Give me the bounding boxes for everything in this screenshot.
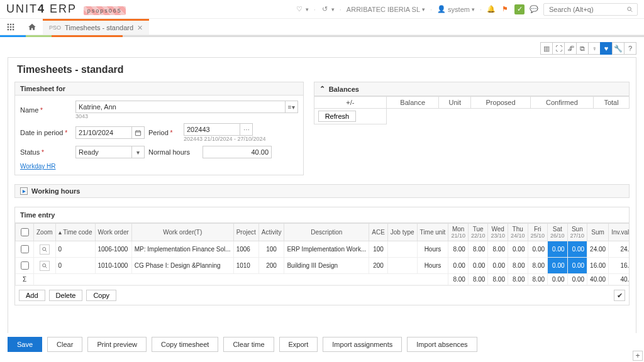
cell-ace[interactable]: 200 <box>369 258 388 274</box>
status-input[interactable] <box>75 146 132 158</box>
col-ace[interactable]: ACE <box>369 224 388 241</box>
cell-day[interactable]: 8.00 <box>508 258 528 274</box>
col-unit[interactable]: Unit <box>439 97 471 109</box>
import-assignments-button[interactable]: Import assignments <box>323 337 402 344</box>
confirm-icon[interactable]: ✔ <box>614 290 625 301</box>
cell-day[interactable]: 8.00 <box>468 241 488 258</box>
org-picker[interactable]: ARRIBATEC IBERIA SL ▾ <box>347 6 425 13</box>
col-description[interactable]: Description <box>284 224 369 241</box>
collapse-icon[interactable]: ⌃ <box>319 85 325 93</box>
status-dropdown-button[interactable]: ▾ <box>132 146 145 158</box>
zoom-icon[interactable] <box>40 261 50 271</box>
tool-link[interactable]: ⧉ <box>576 42 589 55</box>
cell-day[interactable]: 0.00 <box>567 258 587 274</box>
clear-button[interactable]: Clear <box>47 337 82 344</box>
cell-day[interactable]: 0.00 <box>488 258 508 274</box>
cell-day[interactable]: 0.00 <box>528 241 548 258</box>
cell-job-type[interactable] <box>387 241 417 258</box>
workday-link[interactable]: Workday HR <box>20 163 56 170</box>
copy-row-button[interactable]: Copy <box>86 290 116 301</box>
tool-favorite[interactable]: ♥ <box>600 42 613 55</box>
col-activity[interactable]: Activity <box>258 224 284 241</box>
delete-button[interactable]: Delete <box>49 290 83 301</box>
col-wed[interactable]: Wed23/10 <box>488 224 508 241</box>
cell-day[interactable]: 0.00 <box>567 241 587 258</box>
col-confirmed[interactable]: Confirmed <box>530 97 593 109</box>
tool-idea[interactable]: ♀ <box>588 42 601 55</box>
global-search[interactable] <box>543 3 638 16</box>
tab-timesheets[interactable]: PSO Timesheets - standard ✕ <box>43 19 149 35</box>
col-proposed[interactable]: Proposed <box>471 97 530 109</box>
chat-icon[interactable]: 💬 <box>530 5 538 14</box>
cell-time-unit[interactable]: Hours <box>417 258 448 274</box>
col-inv[interactable]: Inv.value <box>609 224 629 241</box>
app-launcher[interactable] <box>0 19 21 35</box>
col-thu[interactable]: Thu24/10 <box>508 224 528 241</box>
close-icon[interactable]: ✕ <box>137 24 143 32</box>
col-work-order-t[interactable]: Work order(T) <box>131 224 233 241</box>
col-project[interactable]: Project <box>233 224 258 241</box>
export-button[interactable]: Export <box>279 337 318 344</box>
col-job-type[interactable]: Job type <box>387 224 417 241</box>
col-total[interactable]: Total <box>594 97 630 109</box>
cell-time-unit[interactable]: Hours <box>417 241 448 258</box>
cell-project[interactable]: 1006 <box>233 241 258 258</box>
cell-project[interactable]: 1010 <box>233 258 258 274</box>
cell-time-code[interactable]: 0 <box>55 258 95 274</box>
col-mon[interactable]: Mon21/10 <box>448 224 469 241</box>
refresh-button[interactable]: Refresh <box>318 111 357 122</box>
cell-description[interactable]: ERP Implementation Work... <box>284 241 369 258</box>
col-work-order[interactable]: Work order <box>95 224 131 241</box>
row-checkbox[interactable] <box>21 245 29 253</box>
col-pm[interactable]: +/- <box>314 97 387 109</box>
name-input[interactable] <box>75 101 286 113</box>
col-balance[interactable]: Balance <box>387 97 439 109</box>
table-row[interactable]: 01010-1000CG Phase I: Design &Planning10… <box>16 258 630 274</box>
cell-job-type[interactable] <box>387 258 417 274</box>
cell-day[interactable]: 8.00 <box>488 241 508 258</box>
cell-time-code[interactable]: 0 <box>55 241 95 258</box>
bell-icon[interactable]: 🔔 <box>487 5 496 14</box>
favorites-menu[interactable]: ♡▾ <box>295 5 309 14</box>
date-picker-button[interactable] <box>132 126 145 139</box>
cell-activity[interactable]: 200 <box>258 258 284 274</box>
cell-work-order-t[interactable]: MP: Implementation Finance Sol... <box>131 241 233 258</box>
table-row[interactable]: 01006-1000MP: Implementation Finance Sol… <box>16 241 630 258</box>
tool-attach[interactable]: 🖇 <box>564 42 577 55</box>
date-input[interactable] <box>75 126 132 139</box>
col-time-unit[interactable]: Time unit <box>417 224 448 241</box>
cell-day[interactable]: 0.00 <box>548 258 568 274</box>
col-zoom[interactable]: Zoom <box>34 224 56 241</box>
home-tab[interactable] <box>21 19 43 35</box>
cell-day[interactable]: 8.00 <box>448 241 469 258</box>
cell-day[interactable]: 0.00 <box>508 241 528 258</box>
history-menu[interactable]: ↺▾ <box>321 5 335 14</box>
tool-layout[interactable]: ▥ <box>540 42 553 55</box>
col-sat[interactable]: Sat26/10 <box>548 224 568 241</box>
col-tue[interactable]: Tue22/10 <box>468 224 488 241</box>
cell-day[interactable]: 0.00 <box>468 258 488 274</box>
zoom-icon[interactable] <box>40 244 50 255</box>
cell-work-order-t[interactable]: CG Phase I: Design &Planning <box>131 258 233 274</box>
name-lookup-button[interactable]: ≡▾ <box>286 101 298 113</box>
print-preview-button[interactable]: Print preview <box>87 337 147 344</box>
row-checkbox[interactable] <box>21 261 29 270</box>
cell-ace[interactable]: 100 <box>369 241 388 258</box>
tool-expand[interactable]: ⛶ <box>552 42 565 55</box>
user-menu[interactable]: 👤system ▾ <box>437 5 475 14</box>
col-time-code[interactable]: ▴ Time code <box>55 224 95 241</box>
cell-description[interactable]: Building III Design <box>284 258 369 274</box>
cell-day[interactable]: 0.00 <box>448 258 469 274</box>
period-lookup-button[interactable]: ⋯ <box>240 123 253 136</box>
cell-work-order[interactable]: 1010-1000 <box>95 258 131 274</box>
save-button[interactable]: Save <box>8 337 42 344</box>
cell-day[interactable]: 8.00 <box>528 258 548 274</box>
tool-wrench[interactable]: 🔧 <box>612 42 625 55</box>
search-input[interactable] <box>548 5 626 14</box>
copy-timesheet-button[interactable]: Copy timesheet <box>152 337 218 344</box>
check-icon[interactable]: ✓ <box>514 4 525 14</box>
add-button[interactable]: Add <box>19 290 45 301</box>
period-input[interactable] <box>184 123 240 136</box>
cell-activity[interactable]: 100 <box>258 241 284 258</box>
import-absences-button[interactable]: Import absences <box>407 337 477 344</box>
